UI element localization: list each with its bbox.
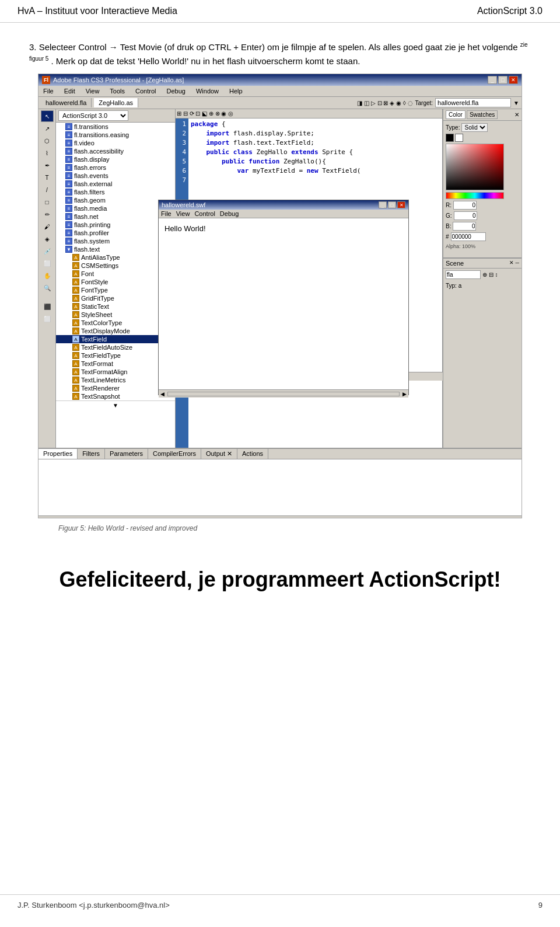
- scroll-right[interactable]: ▶: [401, 391, 408, 397]
- swf-close[interactable]: ✕: [397, 201, 405, 208]
- tab-properties[interactable]: Properties: [38, 449, 78, 459]
- b-input[interactable]: [453, 222, 476, 231]
- list-subitem[interactable]: AStaticText: [56, 302, 175, 311]
- tab-hallowereld[interactable]: hallowereld.fla: [41, 98, 92, 107]
- list-item[interactable]: ≡flash.display: [56, 155, 175, 163]
- hue-bar[interactable]: [446, 192, 504, 199]
- list-subitem[interactable]: ATextFieldType: [56, 351, 175, 360]
- tool-hand[interactable]: ✋: [41, 270, 54, 281]
- section-text2: . Merk op dat de tekst 'Hello World!' nu…: [51, 56, 360, 66]
- scroll-left[interactable]: ◀: [159, 391, 166, 397]
- swf-menu-file[interactable]: File: [161, 210, 172, 217]
- swf-menu-debug[interactable]: Debug: [220, 210, 239, 217]
- tab-actions[interactable]: Actions: [237, 449, 268, 459]
- list-subitem[interactable]: AAntiAliasType: [56, 253, 175, 262]
- fash-profiler-item[interactable]: ≡flash.profiler: [56, 229, 175, 237]
- tool-text[interactable]: T: [41, 172, 54, 183]
- tool-arrow[interactable]: ↖: [41, 110, 54, 122]
- list-subitem[interactable]: ATextFormat: [56, 360, 175, 368]
- list-subitem[interactable]: ATextColorType: [56, 319, 175, 327]
- menu-help[interactable]: Help: [227, 87, 245, 95]
- list-item[interactable]: ≡flash.geom: [56, 196, 175, 204]
- maximize-button[interactable]: □: [498, 76, 508, 84]
- tool-lasso[interactable]: ⌇: [41, 147, 54, 159]
- list-subitem[interactable]: AFont: [56, 270, 175, 278]
- tool-pen[interactable]: ✒: [41, 159, 54, 171]
- swf-menu-view[interactable]: View: [176, 210, 190, 217]
- list-subitem[interactable]: ATextDisplayMode: [56, 327, 175, 335]
- swf-scrollbar-h[interactable]: ◀ ▶: [159, 389, 408, 398]
- list-item[interactable]: ≡flash.filters: [56, 188, 175, 196]
- tool-pencil[interactable]: ✏: [41, 208, 54, 220]
- list-item[interactable]: ≡flash.printing: [56, 221, 175, 229]
- stroke-swatch[interactable]: [446, 134, 454, 142]
- tool-stroke[interactable]: ⬛: [41, 301, 54, 312]
- color-tab-color[interactable]: Color: [446, 110, 466, 119]
- menu-control[interactable]: Control: [133, 87, 158, 95]
- menu-tools[interactable]: Tools: [107, 87, 127, 95]
- list-subitem[interactable]: ATextFieldAutoSize: [56, 343, 175, 351]
- menu-debug[interactable]: Debug: [164, 87, 188, 95]
- tool-brush[interactable]: 🖌: [41, 221, 54, 232]
- tool-fill2[interactable]: ⬜: [41, 313, 54, 325]
- scroll-left-btn[interactable]: ◀: [40, 517, 44, 519]
- list-item[interactable]: ≡fl.transitions.easing: [56, 131, 175, 139]
- tool-line[interactable]: /: [41, 184, 54, 196]
- type-select[interactable]: Solid: [461, 123, 488, 132]
- list-item[interactable]: ≡flash.errors: [56, 163, 175, 172]
- tool-eyedrop[interactable]: 💉: [41, 245, 54, 257]
- list-subitem[interactable]: AGridFitType: [56, 294, 175, 302]
- tab-filters[interactable]: Filters: [78, 449, 105, 459]
- list-item[interactable]: ≡fl.video: [56, 139, 175, 147]
- swf-maximize[interactable]: □: [388, 201, 396, 208]
- tab-output[interactable]: Output ✕: [201, 449, 237, 459]
- list-subitem[interactable]: AFontType: [56, 286, 175, 294]
- tool-zoom[interactable]: 🔍: [41, 282, 54, 294]
- list-subitem[interactable]: ATextLineMetrics: [56, 376, 175, 384]
- list-subitem[interactable]: AFontStyle: [56, 278, 175, 286]
- target-input[interactable]: [435, 98, 511, 107]
- tab-compilererrors[interactable]: CompilerErrors: [148, 449, 201, 459]
- list-item[interactable]: ≡flash.system: [56, 237, 175, 245]
- textfield-item[interactable]: ATextField: [56, 335, 175, 343]
- list-item[interactable]: ≡flash.events: [56, 172, 175, 180]
- tool-fill[interactable]: ◈: [41, 233, 54, 245]
- menu-window[interactable]: Window: [194, 87, 221, 95]
- list-subitem[interactable]: AStyleSheet: [56, 311, 175, 319]
- fash-external-item[interactable]: ≡flash.external: [56, 180, 175, 188]
- hex-input[interactable]: [451, 232, 486, 241]
- color-tab-swatches[interactable]: Swatches: [467, 110, 498, 119]
- menu-view[interactable]: View: [83, 87, 102, 95]
- swf-menu-control[interactable]: Control: [194, 210, 215, 217]
- list-item[interactable]: ≡flash.media: [56, 204, 175, 212]
- list-subitem[interactable]: ATextSnapshot: [56, 392, 175, 400]
- list-subitem[interactable]: ATextFormatAlign: [56, 368, 175, 376]
- list-item[interactable]: ≡flash.net: [56, 212, 175, 221]
- tool-rect[interactable]: □: [41, 196, 54, 208]
- fash-text-item[interactable]: ▼flash.text: [56, 245, 175, 253]
- tool-3d[interactable]: ⬡: [41, 135, 54, 147]
- list-subitem[interactable]: ACSMSettings: [56, 262, 175, 270]
- fill-swatch[interactable]: [455, 134, 463, 142]
- list-subitem[interactable]: ATextRenderer: [56, 384, 175, 392]
- bottom-scrollbar[interactable]: ◀ ▶ ⊕ ⊟ ⬕: [38, 515, 522, 518]
- minimize-button[interactable]: _: [488, 76, 497, 84]
- r-input[interactable]: [453, 201, 477, 210]
- menu-edit[interactable]: Edit: [62, 87, 78, 95]
- menu-file[interactable]: File: [41, 87, 56, 95]
- list-item[interactable]: ≡flash.accessibility: [56, 147, 175, 155]
- color-close[interactable]: ✕: [514, 111, 519, 118]
- tab-parameters[interactable]: Parameters: [105, 449, 148, 459]
- color-gradient-box[interactable]: [446, 144, 504, 190]
- tool-subselect[interactable]: ↗: [41, 123, 54, 134]
- scroll-arrow-down[interactable]: ▼: [56, 400, 175, 410]
- component-dropdown[interactable]: ActionScript 3.0: [58, 110, 128, 121]
- tool-eraser[interactable]: ⬜: [41, 257, 54, 269]
- close-button[interactable]: ✕: [509, 76, 518, 84]
- scene-input[interactable]: [446, 270, 481, 279]
- scroll-right-btn[interactable]: ▶: [497, 517, 501, 519]
- list-item[interactable]: ≡fl.transitions: [56, 123, 175, 131]
- tab-zeghallo[interactable]: ZegHallo.as: [94, 98, 138, 107]
- swf-minimize[interactable]: _: [379, 201, 387, 208]
- g-input[interactable]: [454, 211, 477, 220]
